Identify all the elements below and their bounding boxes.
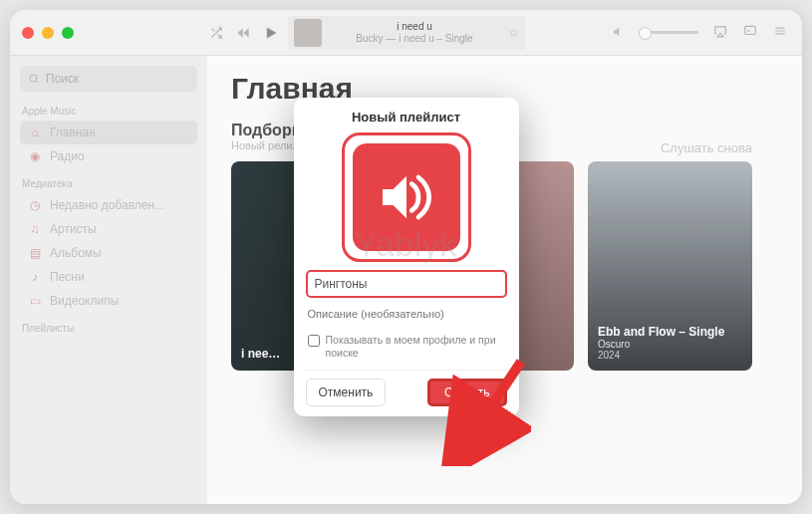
cancel-button[interactable]: Отменить	[306, 379, 387, 406]
show-in-profile-checkbox[interactable]	[308, 335, 320, 347]
create-button[interactable]: Создать	[427, 379, 507, 406]
dialog-title: Новый плейлист	[306, 110, 507, 125]
playlist-description-input[interactable]	[306, 304, 507, 324]
speaker-icon	[353, 143, 460, 251]
modal-overlay: Новый плейлист Yablyk Показывать в моем …	[10, 10, 802, 504]
dialog-buttons: Отменить Создать	[306, 370, 507, 406]
app-window: i need u Bucky — i need u – Single ☆ Пои…	[10, 10, 802, 504]
show-in-profile-row[interactable]: Показывать в моем профиле и при поиске	[306, 332, 507, 370]
playlist-name-input[interactable]	[306, 270, 507, 298]
checkbox-label: Показывать в моем профиле и при поиске	[326, 334, 505, 360]
new-playlist-dialog: Новый плейлист Yablyk Показывать в моем …	[294, 98, 519, 416]
playlist-cover[interactable]	[342, 132, 471, 262]
